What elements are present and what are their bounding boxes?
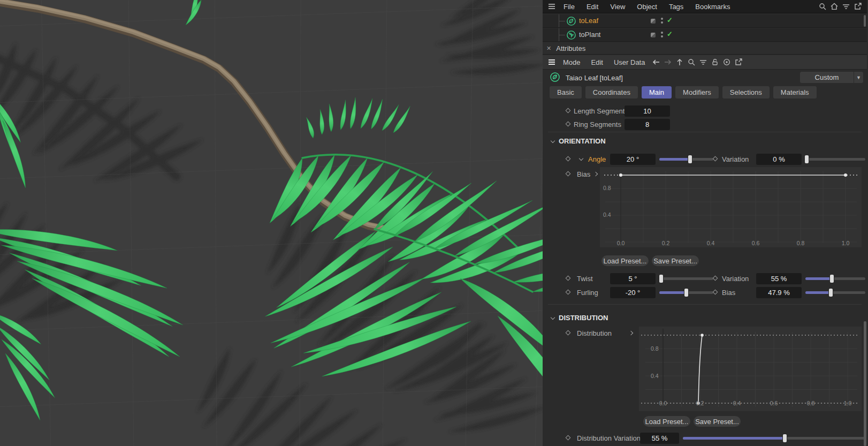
angle-variation-slider[interactable] [805, 158, 865, 161]
twist-slider[interactable] [659, 277, 713, 280]
twist-variation-field[interactable]: 55 % [756, 273, 802, 284]
furling-slider[interactable] [659, 291, 713, 294]
keyframe-diamond-icon[interactable] [566, 122, 571, 127]
layer-chip[interactable] [651, 33, 656, 37]
param-label: Variation [722, 275, 749, 283]
keyframe-diamond-icon[interactable] [566, 108, 571, 114]
chevron-down-icon[interactable] [551, 139, 555, 143]
preset-dropdown[interactable]: Custom ▼ [800, 72, 863, 83]
menu-view[interactable]: View [604, 3, 631, 11]
menu-edit[interactable]: Edit [581, 3, 604, 11]
filter-icon[interactable] [699, 58, 707, 66]
keyframe-diamond-icon[interactable] [713, 290, 718, 295]
lock-icon[interactable] [711, 58, 719, 66]
menu-bookmarks[interactable]: Bookmarks [689, 3, 736, 11]
param-label: Variation [722, 155, 749, 163]
viewport-3d[interactable] [0, 0, 543, 446]
tab-main[interactable]: Main [642, 86, 672, 99]
curve-point[interactable] [844, 173, 847, 177]
param-label: Distribution [577, 329, 612, 337]
visibility-dots[interactable] [661, 18, 663, 24]
chevron-down-icon[interactable]: ▼ [854, 72, 863, 83]
home-icon[interactable] [830, 2, 839, 11]
tree-connector [559, 21, 565, 21]
furling-field[interactable]: -20 ° [610, 287, 656, 298]
chevron-right-icon[interactable] [629, 331, 633, 335]
leaf-object-icon[interactable] [566, 16, 576, 28]
viewport-canvas[interactable] [0, 0, 543, 446]
visibility-dots[interactable] [661, 32, 663, 37]
save-preset-button[interactable]: Save Preset... [694, 416, 741, 427]
tab-selections[interactable]: Selections [722, 86, 770, 99]
distribution-section-header[interactable]: DISTRIBUTION [551, 313, 608, 322]
keyframe-diamond-icon[interactable] [566, 156, 571, 162]
keyframe-diamond-icon[interactable] [566, 435, 571, 441]
chevron-down-icon[interactable] [551, 315, 555, 320]
object-name[interactable]: toLeaf [579, 17, 598, 25]
curve-point[interactable] [701, 334, 704, 337]
object-row-toplant[interactable]: toPlant ✓ [543, 28, 867, 42]
twist-field[interactable]: 5 ° [610, 273, 656, 284]
distribution-curve-editor[interactable]: 0.8 0.4 0.0 0.2 0.4 0.6 0.8 1.0 [639, 327, 862, 411]
tick-label: 1.0 [844, 400, 852, 406]
tick-label: 0.4 [733, 400, 741, 406]
chevron-down-icon[interactable] [579, 156, 583, 161]
save-preset-button[interactable]: Save Preset... [652, 255, 699, 266]
menu-object[interactable]: Object [631, 3, 663, 11]
application-window: File Edit View Object Tags Bookmarks [0, 0, 868, 446]
panel-scrollbar[interactable] [864, 321, 866, 446]
length-segments-field[interactable]: 10 [625, 105, 670, 117]
tab-modifiers[interactable]: Modifiers [675, 86, 719, 99]
back-arrow-icon[interactable] [652, 58, 660, 66]
keyframe-diamond-icon[interactable] [713, 276, 718, 281]
search-icon[interactable] [687, 58, 696, 66]
close-icon[interactable]: ✕ [546, 45, 551, 52]
up-arrow-icon[interactable] [675, 58, 684, 66]
filter-icon[interactable] [842, 2, 850, 11]
distribution-variation-field[interactable]: 55 % [640, 433, 679, 444]
enable-checkmark[interactable]: ✓ [667, 16, 673, 24]
twist-variation-slider[interactable] [805, 277, 865, 280]
keyframe-diamond-icon[interactable] [566, 290, 571, 295]
tab-coordinates[interactable]: Coordinates [585, 86, 638, 99]
hamburger-menu-icon[interactable] [547, 2, 556, 11]
tab-basic[interactable]: Basic [550, 86, 582, 99]
orientation-section-header[interactable]: ORIENTATION [551, 136, 606, 146]
angle-variation-field[interactable]: 0 % [756, 154, 802, 165]
bias-curve-editor[interactable]: 0.8 0.4 0.0 0.2 0.4 0.6 0.8 1.0 [600, 167, 862, 247]
attributes-titlebar: ✕ Attributes [543, 43, 867, 55]
object-list-scrollbar[interactable] [864, 15, 866, 27]
keyframe-diamond-icon[interactable] [566, 330, 571, 336]
menu-mode[interactable]: Mode [558, 58, 586, 66]
curve-point[interactable] [619, 173, 622, 177]
menu-user-data[interactable]: User Data [608, 58, 651, 66]
target-icon[interactable] [722, 58, 731, 66]
furling-bias-slider[interactable] [805, 291, 865, 294]
keyframe-diamond-icon[interactable] [566, 171, 571, 177]
object-row-toleaf[interactable]: toLeaf ✓ [543, 14, 867, 28]
tick-label: 0.0 [617, 240, 625, 246]
menu-tags[interactable]: Tags [663, 3, 689, 11]
load-preset-button[interactable]: Load Preset... [601, 255, 649, 266]
forward-arrow-icon[interactable] [664, 58, 672, 66]
plant-object-icon[interactable] [566, 30, 576, 42]
menu-edit[interactable]: Edit [586, 58, 608, 66]
keyframe-diamond-icon[interactable] [713, 156, 718, 162]
search-icon[interactable] [818, 2, 827, 11]
menu-file[interactable]: File [558, 3, 581, 11]
keyframe-diamond-icon[interactable] [566, 276, 571, 281]
furling-bias-field[interactable]: 47.9 % [756, 287, 802, 298]
load-preset-button[interactable]: Load Preset... [643, 416, 690, 427]
angle-slider[interactable] [659, 158, 713, 161]
layer-chip[interactable] [651, 19, 656, 24]
angle-field[interactable]: 20 ° [610, 154, 656, 165]
ring-segments-field[interactable]: 8 [625, 119, 670, 130]
external-link-icon[interactable] [734, 58, 743, 66]
tab-materials[interactable]: Materials [773, 86, 817, 99]
external-link-icon[interactable] [854, 2, 862, 11]
enable-checkmark[interactable]: ✓ [667, 30, 673, 38]
distribution-variation-slider[interactable] [683, 437, 865, 440]
hamburger-menu-icon[interactable] [547, 58, 556, 66]
object-name[interactable]: toPlant [579, 31, 600, 39]
chevron-right-icon[interactable] [593, 172, 598, 176]
